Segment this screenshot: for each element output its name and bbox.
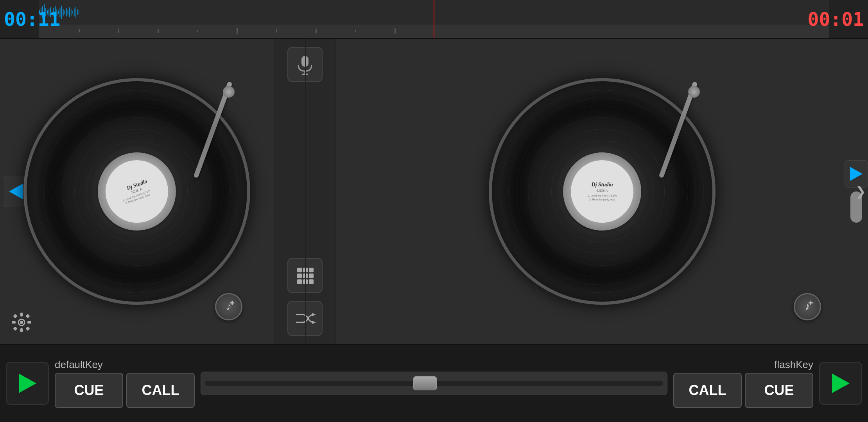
left-tonearm-pivot bbox=[223, 86, 235, 98]
svg-rect-59 bbox=[297, 279, 302, 284]
svg-text:+: + bbox=[230, 299, 235, 308]
svg-marker-62 bbox=[312, 313, 316, 316]
waveform-bar: 00:11 bbox=[0, 0, 868, 39]
svg-rect-16 bbox=[65, 11, 65, 14]
left-play-icon bbox=[19, 374, 36, 393]
svg-rect-31 bbox=[197, 30, 198, 32]
svg-rect-25 bbox=[79, 10, 79, 14]
svg-rect-24 bbox=[77, 9, 78, 15]
music-note-plus-icon: ♪ + bbox=[221, 299, 237, 315]
svg-rect-30 bbox=[158, 29, 159, 33]
left-record-label: Dj Studio SIDE A 1. Load the track. (3:1… bbox=[106, 160, 168, 223]
svg-rect-35 bbox=[355, 30, 356, 32]
right-cue-button[interactable]: CUE bbox=[745, 373, 813, 408]
svg-point-41 bbox=[20, 321, 23, 324]
svg-rect-47 bbox=[25, 314, 30, 318]
crossfader-track bbox=[205, 381, 663, 386]
waveform-overview[interactable] bbox=[39, 25, 829, 38]
svg-rect-34 bbox=[316, 29, 317, 33]
svg-rect-48 bbox=[13, 326, 17, 331]
svg-rect-21 bbox=[72, 11, 73, 13]
right-turntable[interactable]: Dj Studio SIDE A 1. Load the track. (3:1… bbox=[485, 70, 719, 313]
svg-rect-33 bbox=[276, 29, 277, 32]
svg-rect-42 bbox=[20, 313, 23, 316]
svg-rect-15 bbox=[63, 9, 64, 16]
time-left: 00:11 bbox=[4, 8, 61, 30]
svg-rect-19 bbox=[69, 7, 70, 17]
right-play-button[interactable] bbox=[819, 362, 862, 405]
svg-rect-61 bbox=[309, 279, 314, 284]
right-add-music-button[interactable]: ♪ + bbox=[794, 293, 821, 320]
gear-icon bbox=[10, 311, 33, 334]
svg-rect-28 bbox=[79, 29, 80, 32]
right-arrow-icon bbox=[850, 167, 863, 181]
left-play-button[interactable] bbox=[6, 362, 49, 405]
svg-rect-17 bbox=[66, 8, 67, 16]
svg-rect-53 bbox=[297, 268, 302, 272]
svg-rect-14 bbox=[61, 6, 62, 19]
svg-rect-44 bbox=[12, 321, 16, 324]
left-cue-call-row: CUE CALL bbox=[55, 373, 195, 408]
left-tonearm bbox=[164, 78, 242, 195]
right-tonearm bbox=[629, 78, 708, 195]
deck-right: Dj Studio SIDE A 1. Load the track. (3:1… bbox=[336, 39, 868, 344]
right-back-button[interactable] bbox=[845, 160, 868, 188]
svg-text:+: + bbox=[808, 299, 813, 308]
left-turntable[interactable]: Dj Studio SIDE A 1. Load the track. (3:1… bbox=[20, 70, 254, 313]
music-note-plus-right-icon: ♪ + bbox=[800, 299, 815, 315]
left-deck-name: defaultKey bbox=[55, 359, 103, 371]
center-controls bbox=[274, 39, 336, 344]
bottom-bar: defaultKey CUE CALL flashKey CALL CUE bbox=[0, 344, 868, 422]
svg-rect-29 bbox=[118, 29, 119, 33]
right-tonearm-pivot bbox=[688, 86, 700, 98]
svg-rect-45 bbox=[27, 321, 31, 324]
svg-rect-56 bbox=[297, 274, 302, 278]
svg-rect-49 bbox=[25, 326, 30, 331]
right-deck-name: flashKey bbox=[774, 359, 813, 371]
left-deck-controls: defaultKey CUE CALL bbox=[55, 359, 195, 408]
settings-button[interactable] bbox=[8, 309, 35, 336]
time-right: 00:01 bbox=[808, 8, 864, 30]
right-play-icon bbox=[832, 374, 850, 393]
svg-rect-32 bbox=[237, 28, 238, 34]
right-record-label: Dj Studio SIDE A 1. Load the track. (3:1… bbox=[571, 160, 633, 223]
deck-area: Dj Studio SIDE A 1. Load the track. (3:1… bbox=[0, 39, 868, 344]
left-add-music-button[interactable]: ♪ + bbox=[215, 293, 242, 320]
svg-rect-23 bbox=[75, 7, 76, 18]
chevron-right-button[interactable]: ❯ bbox=[855, 184, 866, 199]
waveform-track[interactable] bbox=[39, 0, 829, 38]
crossfader-handle[interactable] bbox=[413, 376, 437, 390]
svg-rect-36 bbox=[395, 29, 396, 34]
deck-left: Dj Studio SIDE A 1. Load the track. (3:1… bbox=[0, 39, 274, 344]
waveform-top[interactable] bbox=[39, 0, 829, 25]
left-call-button[interactable]: CALL bbox=[126, 373, 195, 408]
right-cue-call-row: CALL CUE bbox=[673, 373, 813, 408]
crossfader[interactable] bbox=[201, 372, 667, 395]
svg-rect-58 bbox=[309, 274, 314, 278]
svg-marker-63 bbox=[312, 321, 316, 324]
svg-rect-18 bbox=[68, 10, 68, 15]
left-cue-button[interactable]: CUE bbox=[55, 373, 123, 408]
right-deck-controls: flashKey CALL CUE bbox=[673, 359, 813, 408]
svg-rect-20 bbox=[71, 9, 72, 16]
svg-rect-55 bbox=[309, 268, 314, 272]
right-call-button[interactable]: CALL bbox=[673, 373, 742, 408]
svg-rect-22 bbox=[74, 9, 75, 16]
svg-rect-43 bbox=[20, 328, 23, 332]
svg-rect-46 bbox=[13, 314, 17, 318]
